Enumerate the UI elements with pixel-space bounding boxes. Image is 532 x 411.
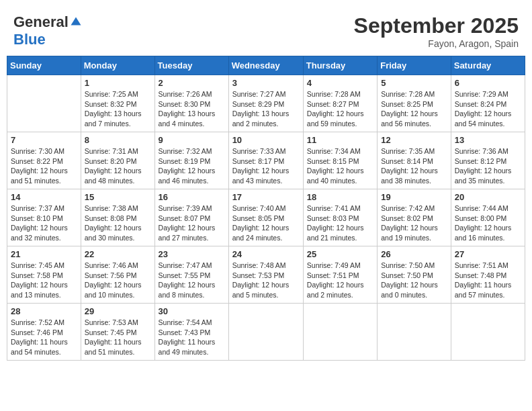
calendar-cell: 4Sunrise: 7:28 AMSunset: 8:27 PMDaylight… (303, 75, 377, 132)
day-number: 30 (159, 306, 225, 316)
day-info: Sunrise: 7:51 AMSunset: 7:48 PMDaylight:… (455, 261, 521, 300)
day-info: Sunrise: 7:28 AMSunset: 8:25 PMDaylight:… (381, 89, 447, 129)
day-number: 9 (159, 135, 225, 145)
calendar-cell: 25Sunrise: 7:49 AMSunset: 7:51 PMDayligh… (303, 246, 377, 304)
day-number: 7 (11, 135, 77, 145)
calendar-header-row: SundayMondayTuesdayWednesdayThursdayFrid… (7, 56, 525, 75)
calendar-cell: 15Sunrise: 7:38 AMSunset: 8:08 PMDayligh… (81, 189, 154, 246)
calendar-cell: 22Sunrise: 7:46 AMSunset: 7:56 PMDayligh… (81, 246, 154, 304)
calendar-cell: 20Sunrise: 7:44 AMSunset: 8:00 PMDayligh… (451, 189, 525, 246)
day-info: Sunrise: 7:42 AMSunset: 8:02 PMDaylight:… (381, 203, 447, 243)
svg-marker-0 (71, 17, 81, 26)
day-info: Sunrise: 7:39 AMSunset: 8:07 PMDaylight:… (159, 203, 225, 243)
month-year: September 2025 (354, 13, 519, 38)
day-number: 6 (455, 78, 521, 88)
logo: General Blue (13, 13, 82, 48)
logo-icon (70, 16, 82, 28)
day-number: 18 (307, 192, 373, 202)
day-info: Sunrise: 7:53 AMSunset: 7:45 PMDaylight:… (85, 318, 151, 357)
calendar-cell: 23Sunrise: 7:47 AMSunset: 7:55 PMDayligh… (154, 246, 228, 304)
day-header-wednesday: Wednesday (228, 56, 303, 75)
calendar-cell: 8Sunrise: 7:31 AMSunset: 8:20 PMDaylight… (81, 132, 154, 189)
logo-general-text: General (13, 13, 69, 31)
day-number: 5 (381, 78, 447, 88)
calendar-cell: 10Sunrise: 7:33 AMSunset: 8:17 PMDayligh… (228, 132, 303, 189)
week-row-1: 1Sunrise: 7:25 AMSunset: 8:32 PMDaylight… (7, 75, 525, 132)
calendar-cell: 1Sunrise: 7:25 AMSunset: 8:32 PMDaylight… (81, 75, 154, 132)
calendar-cell: 3Sunrise: 7:27 AMSunset: 8:29 PMDaylight… (228, 75, 303, 132)
day-header-thursday: Thursday (303, 56, 377, 75)
calendar-cell: 26Sunrise: 7:50 AMSunset: 7:50 PMDayligh… (378, 246, 451, 304)
calendar-cell: 17Sunrise: 7:40 AMSunset: 8:05 PMDayligh… (228, 189, 303, 246)
month-title: September 2025 Fayon, Aragon, Spain (354, 13, 519, 49)
day-header-friday: Friday (378, 56, 451, 75)
day-number: 20 (455, 192, 521, 202)
calendar-cell (228, 304, 303, 361)
week-row-3: 14Sunrise: 7:37 AMSunset: 8:10 PMDayligh… (7, 189, 525, 246)
day-info: Sunrise: 7:28 AMSunset: 8:27 PMDaylight:… (307, 89, 373, 129)
calendar-cell: 19Sunrise: 7:42 AMSunset: 8:02 PMDayligh… (378, 189, 451, 246)
day-info: Sunrise: 7:44 AMSunset: 8:00 PMDaylight:… (455, 203, 521, 243)
calendar-cell: 29Sunrise: 7:53 AMSunset: 7:45 PMDayligh… (81, 304, 154, 361)
day-info: Sunrise: 7:32 AMSunset: 8:19 PMDaylight:… (159, 146, 225, 186)
day-info: Sunrise: 7:48 AMSunset: 7:53 PMDaylight:… (232, 261, 300, 300)
calendar-cell (451, 304, 525, 361)
day-info: Sunrise: 7:49 AMSunset: 7:51 PMDaylight:… (307, 261, 373, 300)
calendar-cell: 13Sunrise: 7:36 AMSunset: 8:12 PMDayligh… (451, 132, 525, 189)
day-number: 16 (159, 192, 225, 202)
calendar-cell (303, 304, 377, 361)
day-number: 29 (85, 306, 151, 316)
day-info: Sunrise: 7:29 AMSunset: 8:24 PMDaylight:… (455, 89, 521, 129)
day-number: 3 (232, 78, 300, 88)
calendar-cell: 11Sunrise: 7:34 AMSunset: 8:15 PMDayligh… (303, 132, 377, 189)
day-number: 23 (159, 249, 225, 259)
week-row-4: 21Sunrise: 7:45 AMSunset: 7:58 PMDayligh… (7, 246, 525, 304)
calendar-cell: 18Sunrise: 7:41 AMSunset: 8:03 PMDayligh… (303, 189, 377, 246)
day-info: Sunrise: 7:54 AMSunset: 7:43 PMDaylight:… (159, 318, 225, 357)
day-number: 13 (455, 135, 521, 145)
calendar-cell: 24Sunrise: 7:48 AMSunset: 7:53 PMDayligh… (228, 246, 303, 304)
day-header-tuesday: Tuesday (154, 56, 228, 75)
day-number: 26 (381, 249, 447, 259)
day-info: Sunrise: 7:37 AMSunset: 8:10 PMDaylight:… (11, 203, 77, 243)
day-number: 8 (85, 135, 151, 145)
calendar-cell: 5Sunrise: 7:28 AMSunset: 8:25 PMDaylight… (378, 75, 451, 132)
day-header-sunday: Sunday (7, 56, 81, 75)
day-info: Sunrise: 7:25 AMSunset: 8:32 PMDaylight:… (85, 89, 151, 129)
day-info: Sunrise: 7:46 AMSunset: 7:56 PMDaylight:… (85, 261, 151, 300)
calendar-table: SundayMondayTuesdayWednesdayThursdayFrid… (7, 56, 525, 361)
day-number: 15 (85, 192, 151, 202)
calendar-cell: 6Sunrise: 7:29 AMSunset: 8:24 PMDaylight… (451, 75, 525, 132)
day-info: Sunrise: 7:30 AMSunset: 8:22 PMDaylight:… (11, 146, 77, 186)
calendar-cell: 7Sunrise: 7:30 AMSunset: 8:22 PMDaylight… (7, 132, 81, 189)
page-header: General Blue September 2025 Fayon, Arago… (7, 7, 525, 52)
day-number: 14 (11, 192, 77, 202)
day-info: Sunrise: 7:27 AMSunset: 8:29 PMDaylight:… (232, 89, 300, 129)
day-info: Sunrise: 7:31 AMSunset: 8:20 PMDaylight:… (85, 146, 151, 186)
calendar-cell (378, 304, 451, 361)
day-header-monday: Monday (81, 56, 154, 75)
day-info: Sunrise: 7:38 AMSunset: 8:08 PMDaylight:… (85, 203, 151, 243)
calendar-cell (7, 75, 81, 132)
day-number: 12 (381, 135, 447, 145)
day-info: Sunrise: 7:33 AMSunset: 8:17 PMDaylight:… (232, 146, 300, 186)
day-info: Sunrise: 7:35 AMSunset: 8:14 PMDaylight:… (381, 146, 447, 186)
day-info: Sunrise: 7:26 AMSunset: 8:30 PMDaylight:… (159, 89, 225, 129)
day-number: 28 (11, 306, 77, 316)
calendar-cell: 21Sunrise: 7:45 AMSunset: 7:58 PMDayligh… (7, 246, 81, 304)
calendar-cell: 27Sunrise: 7:51 AMSunset: 7:48 PMDayligh… (451, 246, 525, 304)
day-number: 21 (11, 249, 77, 259)
day-number: 24 (232, 249, 300, 259)
day-number: 2 (159, 78, 225, 88)
calendar-cell: 16Sunrise: 7:39 AMSunset: 8:07 PMDayligh… (154, 189, 228, 246)
calendar-cell: 28Sunrise: 7:52 AMSunset: 7:46 PMDayligh… (7, 304, 81, 361)
day-header-saturday: Saturday (451, 56, 525, 75)
calendar-cell: 12Sunrise: 7:35 AMSunset: 8:14 PMDayligh… (378, 132, 451, 189)
day-info: Sunrise: 7:47 AMSunset: 7:55 PMDaylight:… (159, 261, 225, 300)
logo-blue-text: Blue (13, 31, 46, 48)
day-number: 1 (85, 78, 151, 88)
day-number: 17 (232, 192, 300, 202)
calendar-cell: 2Sunrise: 7:26 AMSunset: 8:30 PMDaylight… (154, 75, 228, 132)
day-info: Sunrise: 7:50 AMSunset: 7:50 PMDaylight:… (381, 261, 447, 300)
day-number: 11 (307, 135, 373, 145)
